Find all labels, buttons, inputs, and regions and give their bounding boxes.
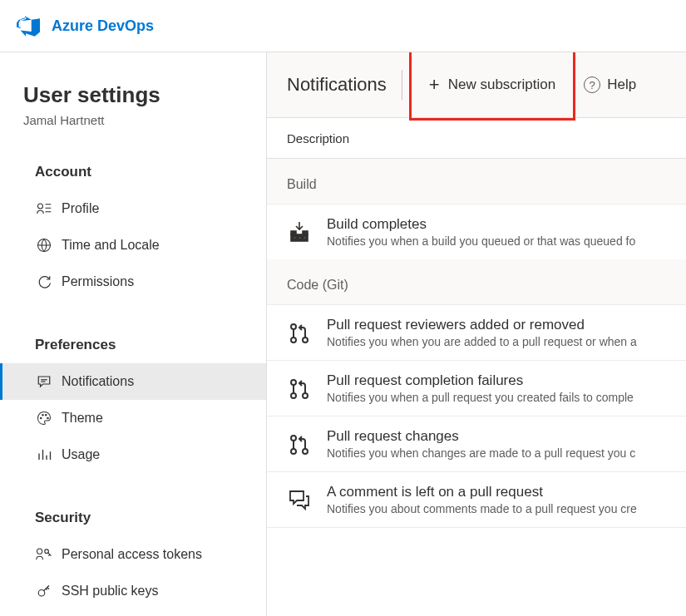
help-button[interactable]: ? Help [584,76,636,93]
chat-icon [35,374,53,389]
notification-desc: Notifies you when changes are made to a … [327,446,686,460]
plus-icon: + [429,74,440,96]
sidebar-item-label: Notifications [62,374,134,389]
sidebar-item-theme[interactable]: Theme [0,400,266,436]
app-header: Azure DevOps [0,0,686,52]
sidebar-item-label: Time and Locale [62,238,160,253]
notification-row[interactable]: A comment is left on a pull request Noti… [267,471,686,528]
group-build: Build [267,159,686,204]
comment-icon [287,489,312,512]
notification-row[interactable]: Pull request changes Notifies you when c… [267,416,686,472]
app-title[interactable]: Azure DevOps [52,17,154,35]
sidebar-item-label: Personal access tokens [62,547,202,562]
palette-icon [35,411,53,426]
notification-desc: Notifies you when a pull request you cre… [327,391,686,404]
svg-point-27 [303,338,308,342]
user-name: Jamal Hartnett [0,113,266,127]
svg-point-10 [46,415,47,416]
bar-chart-icon [35,447,53,462]
notification-title: Pull request reviewers added or removed [327,317,686,333]
svg-point-11 [47,417,49,419]
sidebar: User settings Jamal Hartnett Account Pro… [0,52,267,616]
new-subscription-button[interactable]: + New subscription [417,67,567,102]
svg-point-8 [41,417,42,419]
notification-title: Pull request completion failures [327,372,686,389]
sidebar-item-notifications[interactable]: Notifications [0,363,266,400]
help-label: Help [607,76,636,93]
build-icon [287,221,312,244]
main-header: Notifications + New subscription ? Help [267,52,686,118]
sidebar-item-label: Theme [62,411,103,426]
notification-title: Pull request changes [327,428,686,445]
azure-devops-logo-icon [17,14,40,37]
help-icon: ? [584,76,600,93]
key-icon [35,584,53,599]
svg-point-28 [291,380,296,385]
section-security: Security [0,510,266,526]
sidebar-item-ssh-public-keys[interactable]: SSH public keys [0,573,266,609]
notification-row[interactable]: Pull request completion failures Notifie… [267,360,686,416]
section-preferences: Preferences [0,337,266,353]
notification-title: A comment is left on a pull request [327,484,686,500]
svg-point-0 [38,204,43,209]
profile-icon [35,202,53,215]
column-header-description: Description [267,118,686,159]
pull-request-icon [287,433,312,456]
sidebar-item-label: SSH public keys [62,584,159,599]
refresh-icon [35,274,53,289]
svg-point-25 [291,324,296,329]
svg-rect-24 [303,231,308,234]
sidebar-item-personal-access-tokens[interactable]: Personal access tokens [0,536,266,573]
svg-rect-22 [304,237,306,239]
svg-point-30 [303,393,308,398]
notification-list: Build Build completes Notifies you when … [267,159,686,616]
globe-icon [35,238,53,253]
svg-point-33 [303,449,308,454]
key-person-icon [35,547,53,562]
notification-desc: Notifies you when a build you queued or … [327,234,686,248]
svg-rect-20 [294,237,296,239]
section-account: Account [0,164,266,180]
notification-desc: Notifies you about comments made to a pu… [327,502,686,515]
svg-point-31 [291,436,296,441]
main-content: Notifications + New subscription ? Help … [267,52,686,616]
notification-row[interactable]: Pull request reviewers added or removed … [267,304,686,361]
page-title: User settings [0,82,266,108]
sidebar-item-profile[interactable]: Profile [0,190,266,227]
svg-point-16 [37,549,42,554]
notification-desc: Notifies you when you are added to a pul… [327,335,686,348]
svg-point-26 [291,338,296,342]
svg-rect-21 [299,237,301,239]
sidebar-item-permissions[interactable]: Permissions [0,264,266,300]
pull-request-icon [287,377,312,401]
sidebar-item-label: Usage [62,447,100,462]
svg-point-29 [291,393,296,398]
sidebar-item-label: Profile [62,201,99,216]
new-subscription-label: New subscription [448,76,555,93]
notification-title: Build completes [327,216,686,233]
svg-point-32 [291,449,296,454]
notification-row[interactable]: Build completes Notifies you when a buil… [267,204,686,260]
group-code-git: Code (Git) [267,259,686,304]
sidebar-item-usage[interactable]: Usage [0,436,266,473]
svg-rect-23 [291,231,296,234]
main-title: Notifications [287,74,387,96]
sidebar-item-time-locale[interactable]: Time and Locale [0,227,266,264]
pull-request-icon [287,322,312,345]
sidebar-item-label: Permissions [62,274,134,289]
divider [402,70,402,100]
svg-point-9 [42,415,44,416]
